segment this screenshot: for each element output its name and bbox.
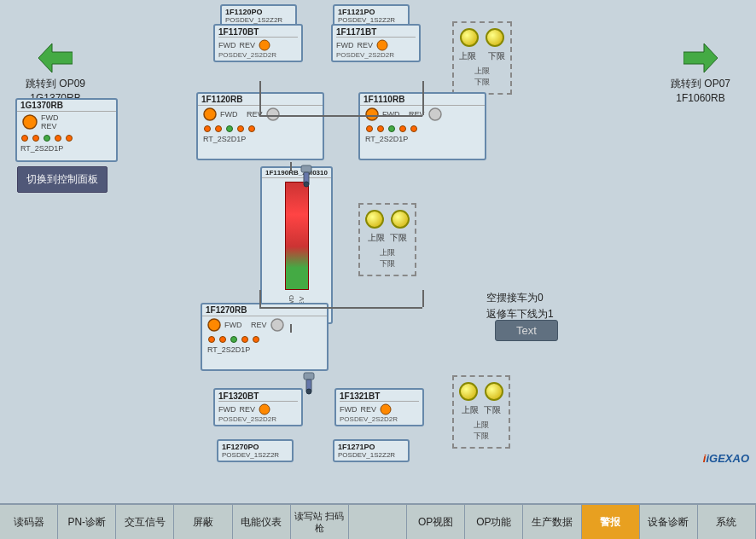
nav-op-func[interactable]: OP功能 — [465, 505, 523, 539]
dot-c1 — [208, 336, 215, 343]
bt1321-title: 1F1321BT — [340, 391, 419, 402]
nav-empty1 — [349, 505, 407, 539]
circle1-up — [460, 28, 479, 47]
jump-right[interactable]: 跳转到 OP07 1F1060RB — [671, 43, 730, 106]
device-rb1370: 1G1370RB FWD REV RT_2S2D1P — [15, 98, 118, 162]
rb1270-fwd: FWD — [224, 321, 242, 329]
connector-h1 — [259, 115, 422, 117]
nav-power-meter[interactable]: 电能仪表 — [233, 505, 291, 539]
dot4 — [55, 135, 61, 142]
dot-a2 — [215, 125, 222, 132]
circle1-down-text: 下限 — [474, 77, 490, 88]
svg-point-13 — [271, 319, 283, 331]
svg-point-18 — [381, 404, 391, 414]
circle-group-1: 上限 下限 上限 下限 — [452, 21, 512, 95]
text-button[interactable]: Text — [495, 320, 558, 341]
svg-point-3 — [259, 40, 270, 50]
dot-b4 — [399, 125, 406, 132]
nav-barcode-reader[interactable]: 读码器 — [0, 505, 58, 539]
dot2 — [32, 135, 39, 142]
arrow-right-icon[interactable] — [683, 43, 718, 73]
bt1171-pos: POSDEV_2S2D2R — [336, 51, 416, 59]
rb1370-rev: REV — [41, 122, 59, 130]
nav-device-diag[interactable]: 设备诊断 — [640, 505, 698, 539]
rb1120-circle-icon — [203, 107, 217, 121]
dot-b1 — [366, 125, 373, 132]
po2-pos: POSDEV_1S2Z2R — [338, 16, 404, 24]
main-area: 跳转到 OP09 1G1370RB 跳转到 OP07 1F1060RB 切换到控… — [0, 0, 756, 503]
dot-c4 — [241, 336, 248, 343]
bt1321-icon — [380, 403, 392, 415]
rb1370-fwd: FWD — [41, 113, 59, 122]
po2-title: 1F1121PO — [338, 8, 404, 16]
dot-a5 — [248, 125, 255, 132]
circle2-up-text: 上限 — [380, 247, 395, 258]
dot-a1 — [204, 125, 211, 132]
navigation-bar: 读码器 PN-诊断 交互信号 屏蔽 电能仪表 读写站 扫码枪 OP视图 OP功能… — [0, 503, 756, 539]
jump-left[interactable]: 跳转到 OP09 1G1370RB — [26, 43, 85, 106]
dot-c5 — [253, 336, 259, 343]
circle-group-2: 上限 下限 上限 下限 — [358, 203, 416, 276]
logo: iiGEXAO — [703, 451, 749, 465]
connector-h2 — [259, 307, 422, 309]
rb1110-rt: RT_2S2D1P — [360, 135, 485, 143]
po4-title: 1F1271PO — [338, 443, 404, 451]
connector-v1 — [259, 81, 261, 115]
dot3 — [44, 135, 50, 142]
bt1171-title: 1F1171BT — [336, 27, 416, 38]
circle3-up-text: 上限 — [474, 420, 489, 431]
nav-pn-diag[interactable]: PN-诊断 — [58, 505, 116, 539]
circle1-up-text: 上限 — [474, 66, 490, 77]
circle-group-3: 上限 下限 上限 下限 — [452, 375, 510, 449]
bt1320-fwd: FWD — [218, 405, 236, 414]
circle3-down-text: 下限 — [474, 431, 489, 442]
dot-a3 — [226, 125, 233, 132]
bt1320-icon — [259, 403, 270, 415]
bt1170-pos: POSDEV_2S2D2R — [218, 51, 298, 59]
svg-point-17 — [259, 404, 270, 414]
bt1170-rev: REV — [240, 41, 256, 49]
nav-alarm[interactable]: 警报 — [582, 505, 640, 539]
circle2-down — [391, 210, 410, 229]
bt1170-icon — [259, 39, 270, 51]
svg-point-6 — [267, 108, 279, 120]
connector-v6 — [422, 290, 424, 307]
nav-read-write-scan[interactable]: 读写站 扫码枪 — [291, 505, 349, 539]
rb1110-fwd: FWD — [382, 110, 400, 119]
circle3-down — [485, 382, 503, 401]
switch-panel-button[interactable]: 切换到控制面板 — [17, 166, 108, 193]
circle2-down-label: 下限 — [390, 232, 407, 244]
po4-pos: POSDEV_1S2Z2R — [338, 451, 404, 459]
nav-shield[interactable]: 屏蔽 — [174, 505, 232, 539]
svg-point-11 — [304, 182, 309, 187]
bt1170-title: 1F1170BT — [218, 27, 298, 38]
dot-b5 — [410, 125, 417, 132]
circle2-down-text: 下限 — [380, 258, 395, 270]
svg-rect-14 — [304, 373, 314, 380]
circle3-down-label: 下限 — [484, 404, 501, 416]
rb1370-title: 1G1370RB — [17, 100, 116, 112]
dot-b3 — [388, 125, 395, 132]
dot-b2 — [377, 125, 384, 132]
arrow-left-icon[interactable] — [38, 43, 73, 73]
bt1171-rev: REV — [358, 41, 374, 49]
nav-system[interactable]: 系统 — [698, 505, 756, 539]
bt1321-pos: POSDEV_2S2D2R — [340, 415, 419, 423]
bt1170-fwd: FWD — [218, 41, 236, 49]
svg-point-4 — [377, 40, 387, 50]
nav-cross-signal[interactable]: 交互信号 — [116, 505, 174, 539]
bt1321-fwd: FWD — [340, 405, 358, 414]
device-conveyor: 1F1190RB_XM0310 FWD REV — [260, 166, 333, 324]
nav-prod-data[interactable]: 生产数据 — [523, 505, 581, 539]
rb1120-rt: RT_2S2D1P — [198, 135, 323, 143]
circle2-up-label: 上限 — [368, 232, 385, 244]
rb1120-fwd: FWD — [220, 110, 238, 119]
svg-marker-0 — [38, 43, 73, 72]
connector-v2 — [422, 81, 424, 115]
nav-op-view[interactable]: OP视图 — [407, 505, 465, 539]
text-button-area[interactable]: Text — [495, 320, 558, 341]
po1-title: 1F1120PO — [225, 8, 292, 16]
svg-point-12 — [208, 319, 220, 331]
svg-point-7 — [366, 108, 378, 120]
dot5 — [66, 135, 73, 142]
